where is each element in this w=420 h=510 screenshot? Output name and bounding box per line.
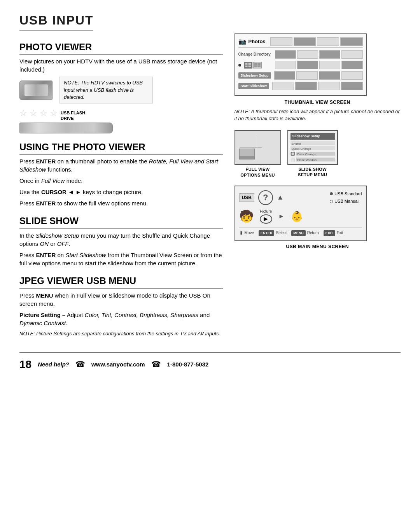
thumb-4 bbox=[340, 37, 362, 46]
usb-flash-area: ☆ ☆ ☆ ☆ USB FLASH DRIVE bbox=[19, 107, 223, 133]
radio-dot-standard bbox=[330, 192, 333, 195]
thumbview-thumbs bbox=[275, 61, 363, 69]
change-dir-thumbs bbox=[275, 50, 363, 59]
slideshow-item-shuffle: Shuffle bbox=[290, 141, 335, 145]
usb-main-label: USB bbox=[239, 193, 254, 202]
ss-thumbs bbox=[274, 71, 363, 80]
nav-enter-key: ENTER bbox=[259, 230, 275, 236]
section2-p3: Use the CURSOR ◄ ► keys to change pictur… bbox=[19, 188, 223, 196]
person-icon-2: 👶 bbox=[290, 209, 303, 223]
slideshow-setup-row: Slideshow Setup bbox=[238, 71, 363, 80]
handset-icon-left: ☎ bbox=[75, 359, 85, 370]
tv-t3 bbox=[319, 61, 340, 69]
screen-header: 📷 Photos bbox=[238, 37, 363, 48]
tv-t2 bbox=[297, 61, 318, 69]
camera-icon: 📷 bbox=[238, 37, 246, 46]
radio-standard-label: USB Standard bbox=[334, 191, 362, 197]
page-wrapper: USB INPUT PHOTO VIEWER View pictures on … bbox=[19, 12, 401, 372]
photos-label: Photos bbox=[248, 38, 266, 45]
usb-up-arrow: ▲ bbox=[277, 193, 284, 202]
nav-select-label: Select bbox=[276, 230, 287, 236]
slideshow-setup-label: SLIDE SHOW SETUP MENU bbox=[298, 166, 327, 178]
cd-t1 bbox=[275, 50, 296, 59]
ss-t4 bbox=[341, 71, 363, 80]
section2-p2: Once in Full View mode: bbox=[19, 177, 223, 185]
fullview-panel: FULL VIEW OPTIONS MENU bbox=[234, 130, 281, 178]
section1-title: PHOTO VIEWER bbox=[19, 40, 223, 55]
footer-help-text: Need help? bbox=[38, 360, 69, 368]
start-slideshow-btn: Start Slideshow bbox=[238, 83, 270, 89]
footer-url: www.sanyoctv.com bbox=[91, 360, 145, 368]
usb-picture-area: Picture ▶ bbox=[260, 209, 272, 224]
nav-exit-label: Exit bbox=[337, 230, 343, 236]
thumb-view-icon-selected bbox=[244, 62, 252, 68]
usb-right-arrow: ► bbox=[278, 212, 285, 221]
section2-p4: Press ENTER to show the full view option… bbox=[19, 199, 223, 207]
usb-note-box: NOTE: The HDTV switches to USB input whe… bbox=[60, 77, 153, 103]
fullview-label-line2: OPTIONS MENU bbox=[240, 172, 275, 178]
section1-intro: View pictures on your HDTV with the use … bbox=[19, 57, 223, 74]
ss-t2 bbox=[296, 71, 318, 80]
star-4: ☆ bbox=[50, 107, 58, 119]
radio-manual-label: USB Manual bbox=[334, 198, 359, 204]
need-help-label: Need help? bbox=[38, 361, 69, 368]
section4-p1: Press MENU when in Full View or Slidesho… bbox=[19, 291, 223, 308]
section3-p1: In the Slideshow Setup menu you may turn… bbox=[19, 231, 223, 248]
slideshow-item-close: ⬜ Close Window bbox=[290, 157, 335, 162]
fullview-label: FULL VIEW OPTIONS MENU bbox=[240, 166, 275, 178]
slideshow-setup-screen: Slideshow Setup Shuffle Quick Change 🔲 C… bbox=[287, 130, 338, 165]
footer-phone: 1-800-877-5032 bbox=[167, 360, 209, 368]
section2-title: USING THE PHOTO VIEWER bbox=[19, 140, 223, 155]
star-3: ☆ bbox=[40, 107, 47, 119]
move-arrow-icon: ⬆ bbox=[239, 230, 243, 237]
usb-main-caption: USB MAIN MENU SCREEN bbox=[234, 244, 401, 250]
usb-icons-row: 🧒 Picture ▶ ► 👶 bbox=[239, 208, 362, 224]
person-icon: 🧒 bbox=[239, 208, 254, 224]
usb-question-icon: ? bbox=[258, 190, 273, 205]
main-content: PHOTO VIEWER View pictures on your HDTV … bbox=[19, 33, 401, 340]
page-footer: 18 Need help? ☎ www.sanyoctv.com ☎ 1-800… bbox=[19, 352, 401, 372]
usb-plug-image bbox=[19, 81, 52, 100]
usb-note-text: NOTE: The HDTV switches to USB input whe… bbox=[64, 80, 143, 100]
page-number: 18 bbox=[19, 357, 32, 372]
slideshow-label-line2: SETUP MENU bbox=[298, 172, 327, 177]
slide-panels: FULL VIEW OPTIONS MENU Slideshow Setup S… bbox=[234, 130, 401, 178]
slideshow-menu-title: Slideshow Setup bbox=[290, 133, 335, 140]
usb-device-area: NOTE: The HDTV switches to USB input whe… bbox=[19, 77, 223, 103]
section3-title: SLIDE SHOW bbox=[19, 214, 223, 229]
bullet-icon bbox=[238, 64, 241, 67]
stars-row: ☆ ☆ ☆ ☆ bbox=[19, 107, 58, 119]
nav-return-label: Return bbox=[307, 230, 319, 236]
ssl-t1 bbox=[272, 82, 294, 90]
nav-move-label: Move bbox=[245, 230, 254, 236]
cd-t3 bbox=[319, 50, 340, 59]
section4-note: NOTE: Picture Settings are separate conf… bbox=[19, 330, 223, 337]
radio-options: USB Standard USB Manual bbox=[330, 191, 362, 205]
radio-standard: USB Standard bbox=[330, 191, 362, 197]
slideshow-setup-panel: Slideshow Setup Shuffle Quick Change 🔲 C… bbox=[287, 130, 338, 178]
usb-stick-image bbox=[19, 123, 113, 133]
ssl-t3 bbox=[318, 82, 340, 90]
usb-main-screen: USB ? ▲ USB Standard USB Manual bbox=[234, 186, 367, 241]
section4-p2: Picture Setting – Adjust Color, Tint, Co… bbox=[19, 311, 223, 327]
change-dir-label: Change Directory bbox=[238, 52, 273, 57]
thumb-view-row bbox=[238, 61, 363, 69]
usb-play-icon: ▶ bbox=[260, 214, 272, 224]
handset-icon-right: ☎ bbox=[151, 359, 161, 370]
usb-main-top: USB ? ▲ USB Standard USB Manual bbox=[239, 190, 362, 205]
fullview-screen bbox=[234, 130, 281, 165]
page-header: USB INPUT bbox=[19, 12, 93, 31]
thumbnail-note: NOTE: A thumbnail hide icon will appear … bbox=[234, 108, 401, 122]
section2-p1: Press ENTER on a thumbnail photo to enab… bbox=[19, 157, 223, 174]
change-dir-row: Change Directory bbox=[238, 50, 363, 59]
ssl-t4 bbox=[341, 82, 363, 90]
usb-nav-bar: ⬆ Move ENTER Select MENU Return EXIT Exi… bbox=[239, 228, 362, 237]
start-slideshow-row: Start Slideshow bbox=[238, 82, 363, 90]
usb-flash-label-line1: USB FLASH bbox=[61, 110, 85, 116]
nav-menu-key: MENU bbox=[291, 230, 306, 236]
thumbnail-screen: 📷 Photos Change Directory bbox=[234, 33, 367, 96]
ssl-thumbs bbox=[272, 82, 362, 90]
thumb-view-icon-alt bbox=[253, 62, 262, 68]
slideshow-setup-btn: Slideshow Setup bbox=[238, 72, 271, 79]
picture-label: Picture bbox=[260, 209, 272, 214]
